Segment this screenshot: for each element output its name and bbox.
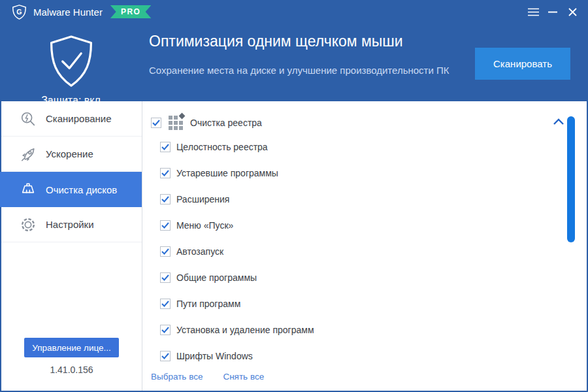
checklist-item-label: Автозапуск xyxy=(176,246,223,257)
protection-status-block: Защита: вкл xyxy=(0,34,142,106)
scan-magnifier-icon xyxy=(20,110,37,127)
gear-icon xyxy=(20,216,37,233)
checklist-item-label: Расширения xyxy=(176,194,229,204)
registry-grid-icon xyxy=(169,116,183,130)
page-title: Оптимизация одним щелчком мыши xyxy=(149,33,403,50)
app-logo-shield-icon: G xyxy=(12,4,27,20)
checklist-item[interactable]: Установка и удаление программ xyxy=(142,317,587,343)
checklist-item[interactable]: Общие программы xyxy=(142,265,587,291)
chevron-up-icon[interactable] xyxy=(552,117,565,126)
page-subtitle: Сохранение места на диске и улучшение пр… xyxy=(149,65,449,76)
checklist-item-label: Пути программ xyxy=(176,299,240,309)
main-content: Очистка реестра Целостность реестра Уста… xyxy=(142,101,587,391)
app-title: Malware Hunter xyxy=(33,7,103,18)
checkbox[interactable] xyxy=(160,220,171,231)
close-icon[interactable] xyxy=(563,3,581,20)
sidebar-item-label: Сканирование xyxy=(46,113,112,124)
checkbox[interactable] xyxy=(160,142,171,152)
checklist-item[interactable]: Меню «Пуск» xyxy=(142,212,587,238)
checklist-item-label: Установка и удаление программ xyxy=(176,325,314,335)
checklist-item-label: Меню «Пуск» xyxy=(176,220,233,231)
minimize-icon[interactable] xyxy=(544,3,562,20)
group-label: Очистка реестра xyxy=(190,118,262,128)
broom-icon xyxy=(20,181,37,198)
select-all-link[interactable]: Выбрать все xyxy=(151,372,203,382)
sidebar-item-label: Ускорение xyxy=(46,148,93,159)
deselect-all-link[interactable]: Снять все xyxy=(223,372,264,382)
checklist-item-label: Общие программы xyxy=(176,272,257,283)
sidebar-item-disk-cleanup[interactable]: Очистка дисков xyxy=(0,172,142,207)
checklist-item[interactable]: Целостность реестра xyxy=(142,134,587,160)
checklist-item-label: Устаревшие программы xyxy=(176,168,278,178)
checklist-item[interactable]: Шрифты Windows xyxy=(142,343,587,369)
checklist-item[interactable]: Пути программ xyxy=(142,291,587,317)
window-controls xyxy=(523,3,581,20)
checklist-item[interactable]: Расширения xyxy=(142,186,587,212)
sidebar-item-settings[interactable]: Настройки xyxy=(1,207,142,242)
group-checkbox[interactable] xyxy=(151,118,161,128)
svg-text:G: G xyxy=(16,7,22,15)
shield-check-icon xyxy=(46,34,96,89)
sidebar-item-boost[interactable]: Ускорение xyxy=(1,137,142,172)
sidebar-item-label: Настройки xyxy=(46,219,94,230)
app-window: G Malware Hunter PRO xyxy=(0,0,588,392)
checkbox[interactable] xyxy=(160,272,171,283)
checklist-group-header[interactable]: Очистка реестра xyxy=(151,116,587,130)
checkbox[interactable] xyxy=(160,194,171,204)
sidebar-item-label: Очистка дисков xyxy=(46,184,117,195)
checklist-item[interactable]: Автозапуск xyxy=(142,238,587,265)
version-label: 1.41.0.156 xyxy=(1,365,142,375)
checkbox[interactable] xyxy=(160,246,171,257)
license-manage-button[interactable]: Управление лице... xyxy=(24,338,119,357)
menu-icon[interactable] xyxy=(524,3,542,20)
checklist-item-label: Целостность реестра xyxy=(176,142,268,152)
checklist-item[interactable]: Устаревшие программы xyxy=(142,160,587,186)
checklist-item-label: Шрифты Windows xyxy=(176,351,253,361)
sidebar-item-scan[interactable]: Сканирование xyxy=(1,101,142,137)
checkbox[interactable] xyxy=(160,325,171,335)
titlebar: G Malware Hunter PRO xyxy=(0,0,588,24)
pro-badge: PRO xyxy=(110,5,152,18)
checkbox[interactable] xyxy=(160,351,171,361)
rocket-icon xyxy=(20,146,37,163)
checkbox[interactable] xyxy=(160,299,171,309)
selection-links: Выбрать все Снять все xyxy=(151,372,587,382)
sidebar: Сканирование Ускорение Очистка дисков xyxy=(1,101,142,391)
scrollbar-thumb[interactable] xyxy=(567,116,575,242)
scan-button[interactable]: Сканировать xyxy=(475,48,570,80)
checklist: Целостность реестра Устаревшие программы… xyxy=(142,134,587,369)
checkbox[interactable] xyxy=(160,168,171,178)
